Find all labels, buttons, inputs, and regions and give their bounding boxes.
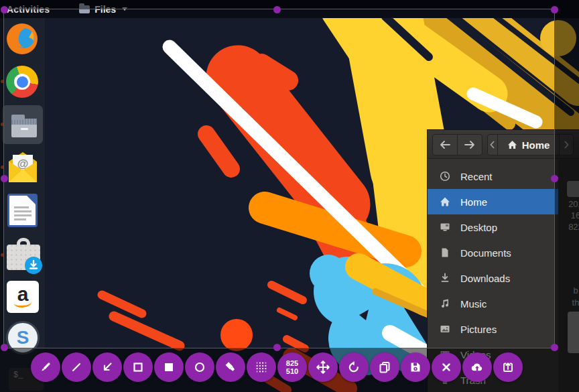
pixelate-tool-button[interactable] (247, 352, 276, 382)
selection-handle-bottom-middle[interactable] (273, 344, 281, 351)
arrow-tool-button[interactable] (92, 352, 122, 382)
pencil-icon (39, 361, 52, 374)
arrow-icon (101, 361, 114, 374)
save-button[interactable] (401, 352, 430, 382)
marker-tool-button[interactable] (216, 352, 245, 382)
selection-handle-right-middle[interactable] (551, 175, 558, 182)
rectangle-tool-button[interactable] (123, 352, 153, 382)
upload-button[interactable] (462, 352, 492, 382)
open-app-icon (501, 361, 515, 374)
marker-icon (224, 361, 237, 374)
undo-icon (347, 361, 361, 374)
circle-tool-button[interactable] (185, 352, 214, 382)
selection-handle-left-middle[interactable] (1, 175, 8, 182)
selection-handle-bottom-left[interactable] (1, 344, 8, 351)
selection-handle-top-left[interactable] (1, 6, 8, 13)
filled-rectangle-tool-button[interactable] (154, 352, 184, 382)
move-icon (316, 360, 330, 375)
line-icon (70, 361, 83, 374)
copy-button[interactable] (370, 352, 399, 382)
circle-outline-icon (193, 361, 206, 374)
cloud-upload-icon (470, 360, 485, 375)
selection-width-value: 825 (286, 359, 298, 367)
close-button[interactable] (432, 352, 461, 382)
selection-size-indicator: 825 510 (277, 352, 307, 382)
pencil-tool-button[interactable] (31, 352, 60, 382)
annotation-toolbar: 825 510 (31, 352, 523, 382)
copy-icon (378, 361, 391, 374)
line-tool-button[interactable] (62, 352, 91, 382)
selection-handle-top-middle[interactable] (273, 6, 281, 13)
selection-handle-top-right[interactable] (551, 6, 558, 13)
open-with-button[interactable] (493, 352, 523, 382)
selection-handle-bottom-right[interactable] (551, 344, 558, 351)
close-icon (440, 361, 453, 374)
undo-button[interactable] (339, 352, 369, 382)
rectangle-outline-icon (131, 361, 145, 374)
rectangle-filled-icon (162, 361, 176, 374)
selection-rectangle[interactable] (3, 9, 555, 348)
screen: Activities Files @ (0, 0, 579, 392)
move-tool-button[interactable] (308, 352, 338, 382)
pixelate-grid-icon (255, 361, 268, 374)
dim-overlay-top (0, 0, 579, 9)
save-icon (409, 361, 422, 374)
selection-height-value: 510 (286, 367, 298, 375)
